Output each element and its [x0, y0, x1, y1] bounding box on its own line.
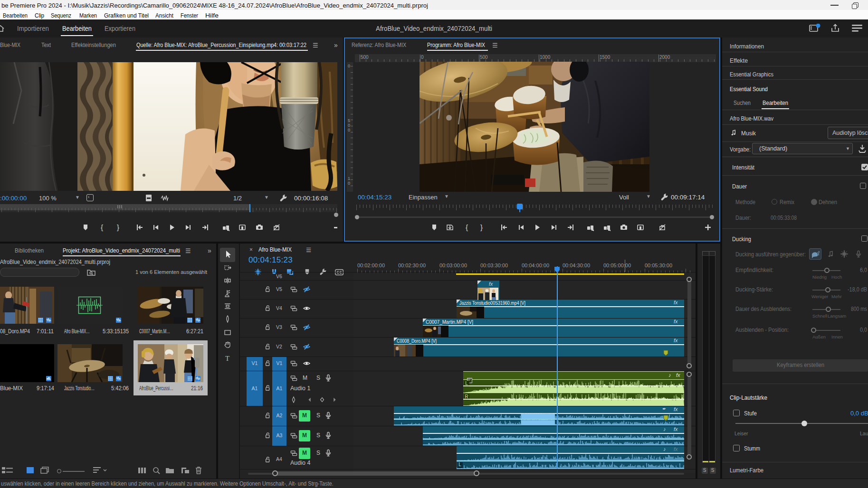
svg-text:}: }: [480, 224, 483, 231]
svg-text:T: T: [225, 355, 229, 362]
svg-text:}: }: [117, 224, 119, 231]
svg-text:{: {: [101, 224, 103, 231]
svg-text:{: {: [466, 224, 468, 231]
